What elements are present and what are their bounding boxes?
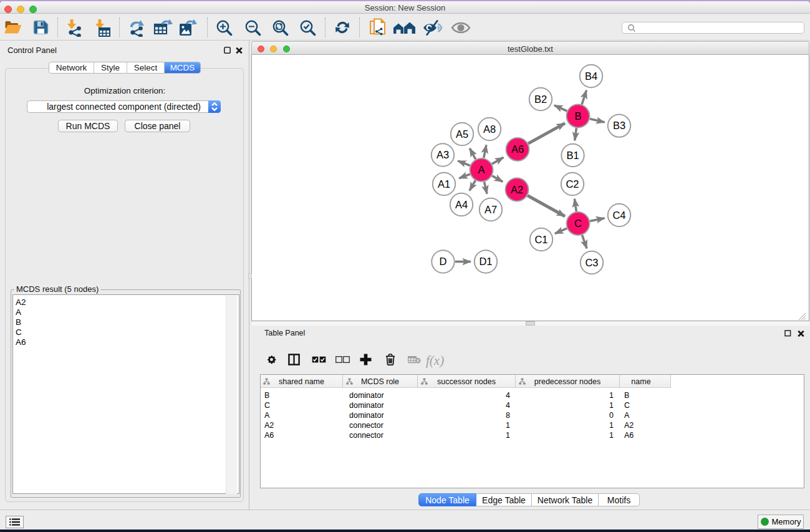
svg-text:B2: B2	[534, 94, 547, 105]
svg-text:C: C	[574, 218, 582, 229]
svg-text:A1: A1	[438, 178, 450, 190]
svg-text:C1: C1	[534, 234, 547, 245]
svg-text:D1: D1	[479, 256, 492, 267]
svg-text:C2: C2	[566, 178, 579, 190]
svg-text:B1: B1	[566, 150, 579, 161]
svg-text:B4: B4	[585, 70, 597, 82]
svg-text:A7: A7	[485, 204, 497, 215]
svg-text:A6: A6	[511, 143, 524, 155]
svg-text:A4: A4	[455, 199, 468, 210]
svg-text:A8: A8	[483, 123, 496, 135]
svg-text:C3: C3	[585, 257, 598, 268]
svg-text:A: A	[478, 164, 485, 175]
svg-text:A5: A5	[456, 128, 468, 140]
svg-text:B: B	[574, 110, 581, 122]
svg-text:A2: A2	[511, 184, 523, 195]
svg-text:A3: A3	[436, 149, 449, 160]
svg-text:B3: B3	[613, 120, 625, 131]
svg-text:C4: C4	[612, 210, 625, 221]
svg-text:D: D	[440, 256, 447, 267]
